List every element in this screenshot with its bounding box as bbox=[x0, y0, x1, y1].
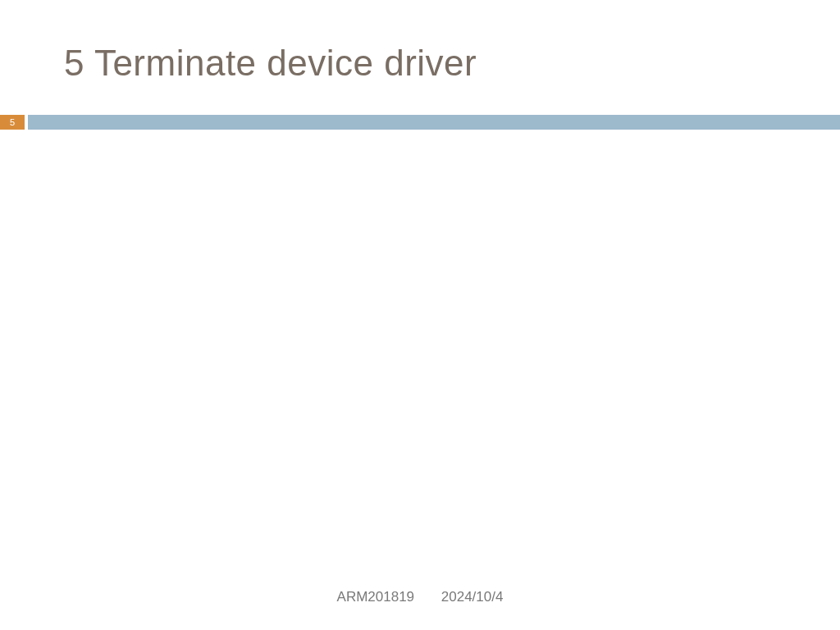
slide-title: 5 Terminate device driver bbox=[64, 43, 477, 84]
title-divider: 5 bbox=[0, 115, 840, 130]
footer-date: 2024/10/4 bbox=[441, 589, 504, 605]
divider-bar bbox=[28, 115, 840, 130]
footer-course-code: ARM201819 bbox=[337, 589, 415, 605]
page-number-badge: 5 bbox=[0, 115, 25, 130]
slide-footer: ARM201819 2024/10/4 bbox=[0, 589, 840, 605]
